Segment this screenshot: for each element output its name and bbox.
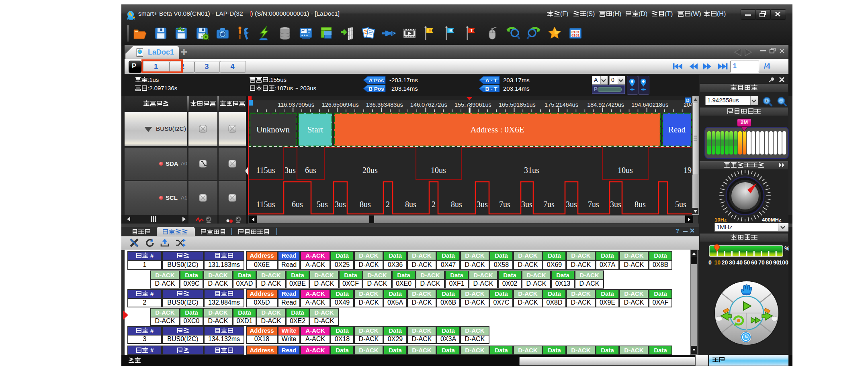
svg-text:%: % bbox=[784, 245, 789, 252]
svg-text:20us: 20us bbox=[362, 166, 378, 175]
svg-text:A Pos: A Pos bbox=[369, 77, 384, 83]
svg-text:Unknown: Unknown bbox=[256, 125, 290, 134]
svg-text:7us: 7us bbox=[543, 200, 555, 209]
svg-text:+: + bbox=[765, 98, 768, 104]
svg-text:A - T: A - T bbox=[485, 77, 497, 83]
svg-text:D: D bbox=[686, 98, 690, 103]
svg-text:116.937905us: 116.937905us bbox=[278, 102, 314, 108]
svg-text:2: 2 bbox=[432, 200, 436, 209]
svg-text:165.501851us: 165.501851us bbox=[499, 102, 536, 108]
svg-text:−: − bbox=[780, 98, 783, 104]
svg-text:10us: 10us bbox=[618, 166, 633, 175]
svg-text:184.927429us: 184.927429us bbox=[587, 102, 624, 108]
svg-text:155.789061us: 155.789061us bbox=[454, 102, 491, 108]
svg-text:8us: 8us bbox=[360, 200, 371, 209]
svg-text:3us: 3us bbox=[285, 166, 296, 175]
svg-text:3us: 3us bbox=[610, 200, 621, 209]
svg-text:5us: 5us bbox=[317, 200, 328, 209]
svg-text:3us: 3us bbox=[521, 200, 532, 209]
svg-text:6us: 6us bbox=[305, 166, 316, 175]
svg-text:T: T bbox=[470, 28, 473, 33]
svg-text:175.21464us: 175.21464us bbox=[545, 102, 578, 108]
svg-text:B: B bbox=[449, 28, 452, 33]
svg-text:Start: Start bbox=[307, 125, 323, 134]
svg-text:115us: 115us bbox=[256, 200, 275, 209]
svg-text:8us: 8us bbox=[451, 200, 462, 209]
svg-text:10us: 10us bbox=[431, 166, 446, 175]
svg-text:3us: 3us bbox=[566, 200, 577, 209]
svg-text:8us: 8us bbox=[405, 200, 416, 209]
svg-text:8us: 8us bbox=[635, 200, 646, 209]
svg-text:3us: 3us bbox=[477, 200, 488, 209]
svg-text:B Pos: B Pos bbox=[368, 86, 384, 92]
svg-text:Read: Read bbox=[668, 125, 686, 134]
svg-text:2: 2 bbox=[386, 200, 390, 209]
svg-text:194.640218us: 194.640218us bbox=[631, 102, 668, 108]
svg-text:7us: 7us bbox=[499, 200, 510, 209]
svg-text:Address : 0X6E: Address : 0X6E bbox=[470, 125, 524, 134]
svg-text:B - T: B - T bbox=[485, 86, 498, 92]
svg-text:6us: 6us bbox=[292, 200, 303, 209]
svg-text:A: A bbox=[428, 28, 432, 33]
svg-text:146.076272us: 146.076272us bbox=[410, 102, 447, 108]
svg-text:136.363483us: 136.363483us bbox=[366, 102, 403, 108]
svg-text:126.650694us: 126.650694us bbox=[322, 102, 359, 108]
svg-text:0101: 0101 bbox=[571, 34, 579, 38]
svg-text:3us: 3us bbox=[335, 200, 346, 209]
svg-text:5us: 5us bbox=[675, 200, 686, 209]
svg-text:7us: 7us bbox=[588, 200, 599, 209]
svg-text:31us: 31us bbox=[524, 166, 539, 175]
svg-text:19u: 19u bbox=[684, 166, 692, 175]
svg-text:115us: 115us bbox=[256, 166, 275, 175]
